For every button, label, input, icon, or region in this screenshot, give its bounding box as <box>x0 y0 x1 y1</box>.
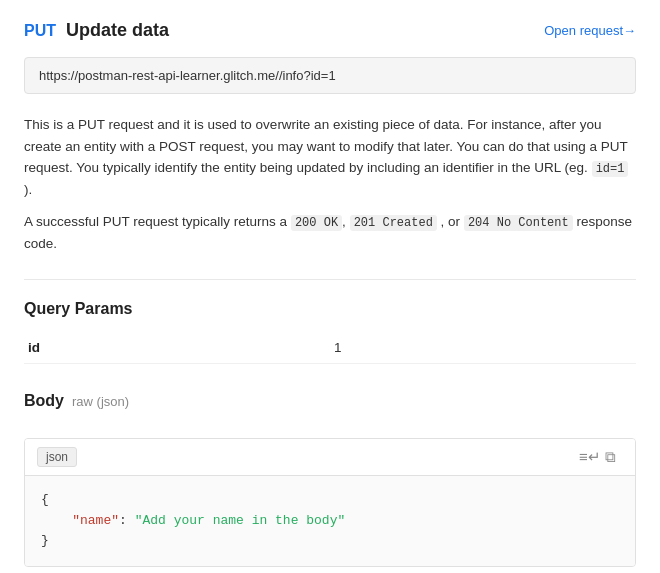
code-line-close: } <box>41 531 619 552</box>
page-container: PUT Update data Open request→ https://po… <box>0 0 660 573</box>
desc-text-1: This is a PUT request and it is used to … <box>24 117 628 175</box>
page-header: PUT Update data Open request→ <box>24 20 636 41</box>
json-value: "Add your name in the body" <box>135 513 346 528</box>
param-value-id: 1 <box>330 332 636 364</box>
desc-code-2: 200 OK <box>291 215 342 231</box>
params-table: id 1 <box>24 332 636 364</box>
divider-1 <box>24 279 636 280</box>
desc-text-1-end: ). <box>24 182 32 197</box>
description: This is a PUT request and it is used to … <box>24 114 636 255</box>
desc-text-2-prefix: A successful PUT request typically retur… <box>24 214 287 229</box>
code-block-container: json ≡↵ ⧉ { "name": "Add your name in th… <box>24 438 636 567</box>
description-paragraph-1: This is a PUT request and it is used to … <box>24 114 636 201</box>
code-block-header: json ≡↵ ⧉ <box>25 439 635 476</box>
body-section-title: Body <box>24 392 64 410</box>
desc-text-2-mid: , or <box>441 214 461 229</box>
desc-code-3: 201 Created <box>350 215 437 231</box>
table-row: id 1 <box>24 332 636 364</box>
method-badge: PUT <box>24 22 56 40</box>
code-line-content: "name": "Add your name in the body" <box>41 511 619 532</box>
json-key: "name" <box>72 513 119 528</box>
query-params-title: Query Params <box>24 300 636 318</box>
page-title: Update data <box>66 20 169 41</box>
open-request-link[interactable]: Open request→ <box>544 23 636 38</box>
header-left: PUT Update data <box>24 20 169 41</box>
body-title-row: Body raw (json) <box>24 392 636 424</box>
desc-code-4: 204 No Content <box>464 215 573 231</box>
desc-code-1: id=1 <box>592 161 629 177</box>
description-paragraph-2: A successful PUT request typically retur… <box>24 211 636 255</box>
code-lang-badge: json <box>37 447 77 467</box>
query-params-section: Query Params id 1 <box>24 300 636 364</box>
body-subtitle: raw (json) <box>72 394 129 409</box>
url-bar: https://postman-rest-api-learner.glitch.… <box>24 57 636 94</box>
code-line-open: { <box>41 490 619 511</box>
code-body: { "name": "Add your name in the body" } <box>25 476 635 566</box>
param-key-id: id <box>24 332 330 364</box>
copy-icon[interactable]: ⧉ <box>605 448 623 466</box>
body-section: Body raw (json) json ≡↵ ⧉ { "name": "Add… <box>24 392 636 567</box>
wrap-icon[interactable]: ≡↵ <box>579 448 597 466</box>
code-actions: ≡↵ ⧉ <box>579 448 623 466</box>
